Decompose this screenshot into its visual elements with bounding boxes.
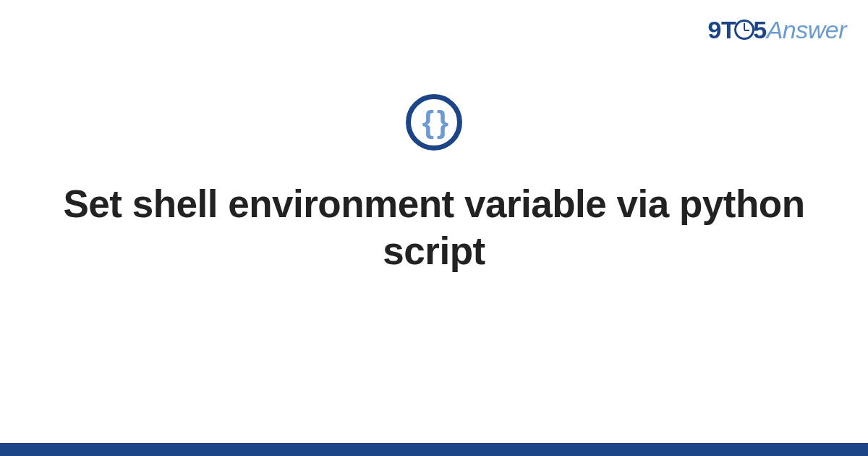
logo-answer: Answer xyxy=(767,16,846,43)
brand-logo: 9T5Answer xyxy=(708,16,847,44)
braces-glyph: { } xyxy=(422,107,446,138)
clock-icon xyxy=(734,20,754,40)
footer-accent-bar xyxy=(0,443,868,456)
logo-t: T xyxy=(721,16,736,43)
logo-five: 5 xyxy=(753,16,766,43)
logo-nine: 9 xyxy=(708,16,721,43)
main-content: { } Set shell environment variable via p… xyxy=(0,94,868,274)
page-title: Set shell environment variable via pytho… xyxy=(54,181,814,274)
code-braces-icon: { } xyxy=(406,94,462,151)
